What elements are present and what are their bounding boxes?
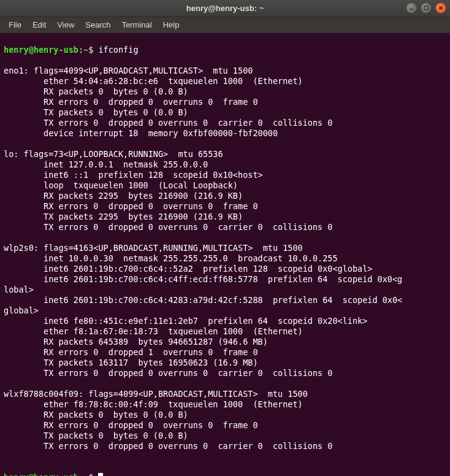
prompt-line-1: henry@henry-usb:~$ ifconfig (4, 45, 446, 55)
menu-help[interactable]: Help (158, 18, 185, 31)
svg-rect-1 (424, 6, 428, 10)
output-line: global> (4, 305, 446, 316)
prompt-user-host: henry@henry-usb (4, 45, 78, 55)
output-line (4, 232, 446, 243)
output-line: inet6 ::1 prefixlen 128 scopeid 0x10<hos… (4, 170, 446, 180)
prompt-path-2: ~ (83, 472, 88, 476)
output-line: TX errors 0 dropped 0 overruns 0 carrier… (4, 441, 446, 451)
titlebar: henry@henry-usb: ~ (0, 0, 450, 17)
output-line (4, 139, 446, 149)
output-line: RX packets 0 bytes 0 (0.0 B) (4, 410, 446, 420)
output-line: RX packets 2295 bytes 216900 (216.9 KB) (4, 191, 446, 201)
output-line: RX packets 645389 bytes 946651287 (946.6… (4, 337, 446, 347)
output-line: loop txqueuelen 1000 (Local Loopback) (4, 180, 446, 191)
output-line (4, 451, 446, 462)
output-line: TX errors 0 dropped 0 overruns 0 carrier… (4, 118, 446, 128)
output-line (4, 378, 446, 389)
terminal-output: eno1: flags=4099<UP,BROADCAST,MULTICAST>… (4, 66, 446, 462)
menu-search[interactable]: Search (80, 18, 115, 31)
output-line: lo: flags=73<UP,LOOPBACK,RUNNING> mtu 65… (4, 149, 446, 159)
output-line: TX packets 0 bytes 0 (0.0 B) (4, 107, 446, 118)
menu-edit[interactable]: Edit (28, 18, 51, 31)
prompt-colon-2: : (78, 472, 83, 476)
menu-terminal[interactable]: Terminal (117, 18, 157, 31)
output-line: RX errors 0 dropped 0 overruns 0 frame 0 (4, 420, 446, 431)
output-line: TX packets 163117 bytes 16950623 (16.9 M… (4, 358, 446, 368)
window-controls (406, 2, 446, 13)
output-line: wlxf8788c004f09: flags=4099<UP,BROADCAST… (4, 389, 446, 399)
prompt-path: ~ (83, 45, 88, 55)
menu-view[interactable]: View (52, 18, 79, 31)
prompt-user-host-2: henry@henry-usb (4, 472, 78, 476)
minimize-button[interactable] (406, 2, 417, 13)
output-line: RX packets 0 bytes 0 (0.0 B) (4, 86, 446, 97)
output-line: ether f8:1a:67:0e:18:73 txqueuelen 1000 … (4, 326, 446, 337)
prompt-line-2: henry@henry-usb:~$ (4, 472, 446, 476)
command-text-val: ifconfig (98, 45, 138, 55)
output-line: inet 10.0.0.30 netmask 255.255.255.0 bro… (4, 253, 446, 264)
output-line: inet6 fe80::451c:e9ef:11e1:2eb7 prefixle… (4, 316, 446, 326)
prompt-colon: : (78, 45, 83, 55)
window-title: henry@henry-usb: ~ (186, 4, 264, 13)
menubar: File Edit View Search Terminal Help (0, 17, 450, 33)
output-line: lobal> (4, 285, 446, 295)
output-line: eno1: flags=4099<UP,BROADCAST,MULTICAST>… (4, 66, 446, 76)
output-line: RX errors 0 dropped 0 overruns 0 frame 0 (4, 201, 446, 212)
terminal-body[interactable]: henry@henry-usb:~$ ifconfig eno1: flags=… (0, 33, 450, 476)
output-line: TX packets 2295 bytes 216900 (216.9 KB) (4, 212, 446, 222)
menu-file[interactable]: File (4, 18, 26, 31)
output-line: inet6 2601:19b:c700:c6c4::52a2 prefixlen… (4, 264, 446, 274)
output-line: RX errors 0 dropped 1 overruns 0 frame 0 (4, 347, 446, 358)
output-line: RX errors 0 dropped 0 overruns 0 frame 0 (4, 97, 446, 107)
output-line: ether 54:04:a6:28:bc:e6 txqueuelen 1000 … (4, 76, 446, 86)
output-line: device interrupt 18 memory 0xfbf00000-fb… (4, 128, 446, 139)
output-line: ether f8:78:8c:00:4f:09 txqueuelen 1000 … (4, 399, 446, 410)
output-line: wlp2s0: flags=4163<UP,BROADCAST,RUNNING,… (4, 243, 446, 253)
maximize-button[interactable] (421, 2, 432, 13)
output-line: inet6 2601:19b:c700:c6c4:c4ff:ecd:ff68:5… (4, 274, 446, 285)
cursor-icon (98, 473, 103, 476)
close-button[interactable] (435, 2, 446, 13)
output-line: inet6 2601:19b:c700:c6c4:4283:a79d:42cf:… (4, 295, 446, 305)
output-line: TX packets 0 bytes 0 (0.0 B) (4, 431, 446, 441)
output-line: inet 127.0.0.1 netmask 255.0.0.0 (4, 159, 446, 170)
output-line: TX errors 0 dropped 0 overruns 0 carrier… (4, 222, 446, 232)
output-line: TX errors 0 dropped 0 overruns 0 carrier… (4, 368, 446, 378)
